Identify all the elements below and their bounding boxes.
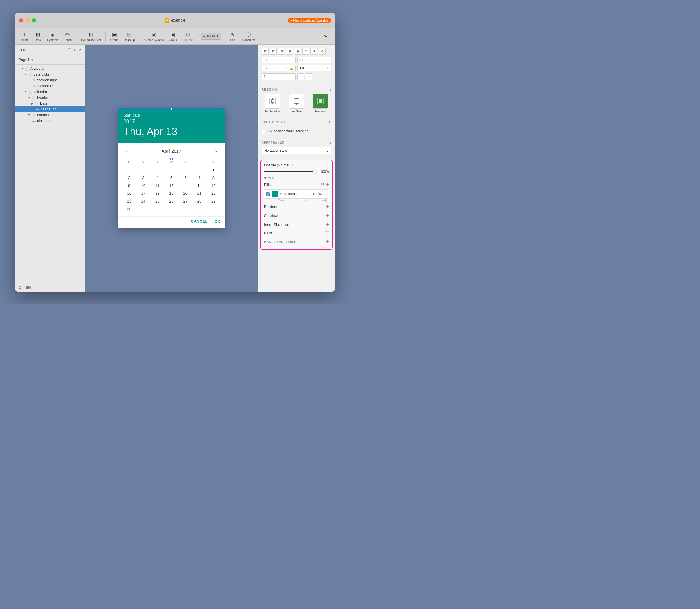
fills-add-icon[interactable]: + (326, 181, 329, 188)
dp-day-20[interactable]: 20 (178, 189, 192, 197)
dp-day-3[interactable]: 3 (136, 174, 150, 181)
align-right-button[interactable]: ⊡ (278, 48, 285, 55)
layer-date-group[interactable]: ▶ ⬜ Date (15, 101, 85, 106)
dp-day-13[interactable]: 13 (178, 181, 192, 189)
dp-day-27[interactable]: 27 (178, 197, 192, 205)
plugin-badge[interactable]: ● Plugin Updates Available (288, 18, 331, 23)
maximize-button[interactable] (32, 18, 36, 22)
pages-menu-icon[interactable]: ☰ (67, 48, 71, 52)
fill-color-swatch[interactable] (272, 191, 278, 197)
rp-h-field[interactable]: H (297, 65, 331, 71)
dist-h-button[interactable]: ⊗ (310, 48, 318, 55)
ungroup-button[interactable]: ⊟ Ungroup (121, 30, 137, 43)
fix-scroll-checkbox[interactable] (262, 129, 266, 133)
dp-day-8[interactable]: 8 (206, 174, 220, 181)
opacity-slider[interactable] (264, 171, 316, 172)
dp-day-19[interactable]: 19 (164, 189, 178, 197)
dp-day-21[interactable]: 21 (192, 189, 206, 197)
shadows-add-button[interactable]: + (326, 213, 329, 218)
page-selector[interactable]: Page 1 ▼ (15, 55, 85, 65)
layer-chevron-left[interactable]: ↻ chevron left (15, 83, 85, 89)
dp-day-14[interactable]: 14 (192, 181, 206, 189)
dp-ok-button[interactable]: OK (215, 219, 221, 223)
fix-size-preset[interactable]: Fix Size (286, 93, 308, 113)
eyedropper-icon[interactable]: ⊙ (280, 192, 283, 196)
opacity-slider-thumb[interactable] (313, 170, 316, 173)
inner-shadows-add-button[interactable]: + (326, 222, 329, 227)
layer-date-picker[interactable]: ▼ ⬜ date picker (15, 71, 85, 77)
dp-day-10[interactable]: 10 (136, 181, 150, 189)
make-exportable-add-button[interactable]: + (326, 239, 329, 244)
blurs-checkbox[interactable] (325, 231, 329, 236)
rp-y-field[interactable]: Y (297, 57, 331, 63)
layer-calendar[interactable]: ▼ ⬜ calendar (15, 89, 85, 95)
close-button[interactable] (19, 18, 23, 22)
align-center-button[interactable]: ⊟ (270, 48, 277, 55)
rp-x-field[interactable]: X (262, 57, 296, 63)
dp-day-24[interactable]: 24 (136, 197, 150, 205)
prototyping-section-title[interactable]: PROTOTYPING + (262, 119, 331, 125)
layer-dialog-bg[interactable]: ▬ dialog bg (15, 118, 85, 124)
dp-day-17[interactable]: 17 (136, 189, 150, 197)
edit-button[interactable]: ✎ Edit (226, 30, 239, 43)
transform-button[interactable]: ⬡ Transform (240, 30, 257, 43)
dp-day-11[interactable]: 11 (150, 181, 164, 189)
layer-chevron-right[interactable]: ↻ chevron right (15, 77, 85, 83)
y-input[interactable] (300, 58, 326, 62)
dp-prev-button[interactable]: ‹ (122, 147, 131, 155)
fill-hex-input[interactable] (288, 192, 307, 196)
flip-v-button[interactable]: ↕ (306, 73, 312, 80)
dp-day-16[interactable]: 16 (122, 189, 136, 197)
dp-next-button[interactable]: › (211, 147, 220, 155)
rp-rotation-field[interactable]: ° (262, 73, 296, 80)
dp-day-4[interactable]: 4 (150, 174, 164, 181)
preview-preset[interactable]: Preview (309, 93, 331, 113)
dp-day-12[interactable]: 12 (164, 181, 178, 189)
pencil-button[interactable]: ✏ Pencil (61, 30, 74, 43)
pages-chevron-icon[interactable]: ∨ (78, 48, 81, 52)
layer-header-bg[interactable]: ▬ header bg (15, 106, 85, 112)
dp-day-7[interactable]: 7 (192, 174, 206, 181)
x-input[interactable] (264, 58, 290, 62)
borders-add-button[interactable]: + (326, 204, 329, 209)
h-input[interactable] (300, 66, 326, 70)
align-bottom-button[interactable]: ⊕ (302, 48, 309, 55)
align-left-button[interactable]: ⊞ (262, 48, 269, 55)
flip-h-button[interactable]: ↔ (297, 73, 304, 80)
dist-v-button[interactable]: ⊘ (319, 48, 326, 55)
round-to-pixel-button[interactable]: ⊡ Round To Pixel (79, 30, 103, 43)
dp-cancel-button[interactable]: CANCEL (191, 219, 208, 223)
layer-buttons[interactable]: ▼ ⬜ buttons (15, 112, 85, 118)
ungroup2-button[interactable]: ⊟ Ungroup (180, 30, 195, 43)
dp-day-9[interactable]: 9 (122, 181, 136, 189)
layer-artboard[interactable]: ▼ ⬜ Artboard (15, 66, 85, 71)
pin-to-edge-preset[interactable]: Pin to Edge (262, 93, 284, 113)
dp-day-5[interactable]: 5 (164, 174, 178, 181)
resizing-section-title[interactable]: RESIZING ∨ (262, 88, 331, 91)
fills-settings-icon[interactable]: ⚙ (320, 181, 324, 188)
align-top-button[interactable]: ⊠ (286, 48, 293, 55)
sidebar-footer[interactable]: ⊙ Filter (15, 283, 85, 292)
dp-day-1[interactable]: 1 (206, 166, 220, 174)
dp-day-18[interactable]: 18 (150, 189, 164, 197)
w-input[interactable] (264, 66, 285, 70)
rp-w-field[interactable]: W 🔒 (262, 65, 296, 71)
group2-button[interactable]: ▣ Group (167, 30, 180, 43)
prototyping-add-icon[interactable]: + (328, 119, 331, 125)
symbols-button[interactable]: ◈ Symbols (45, 30, 61, 43)
fill-checkbox[interactable] (266, 192, 270, 196)
data-button[interactable]: ⊞ Data (31, 30, 44, 43)
dp-day-15[interactable]: 15 (206, 181, 220, 189)
layer-header[interactable]: ▼ ⬜ header (15, 95, 85, 101)
align-middle-button[interactable]: ▣ (294, 48, 301, 55)
create-symbol-button[interactable]: ◎ Create Symbol (142, 30, 166, 43)
group-button[interactable]: ▣ Group (108, 30, 121, 43)
layer-style-select[interactable]: No Layer Style ∨ (262, 147, 331, 154)
zoom-control[interactable]: − 106% + (201, 33, 221, 39)
dp-day-26[interactable]: 26 (164, 197, 178, 205)
minimize-button[interactable] (25, 18, 30, 22)
dp-day-6[interactable]: 6 (178, 174, 192, 181)
insert-button[interactable]: ＋ Insert (18, 30, 31, 43)
zoom-plus[interactable]: + (217, 34, 219, 38)
dp-day-30[interactable]: 30 (122, 205, 136, 213)
